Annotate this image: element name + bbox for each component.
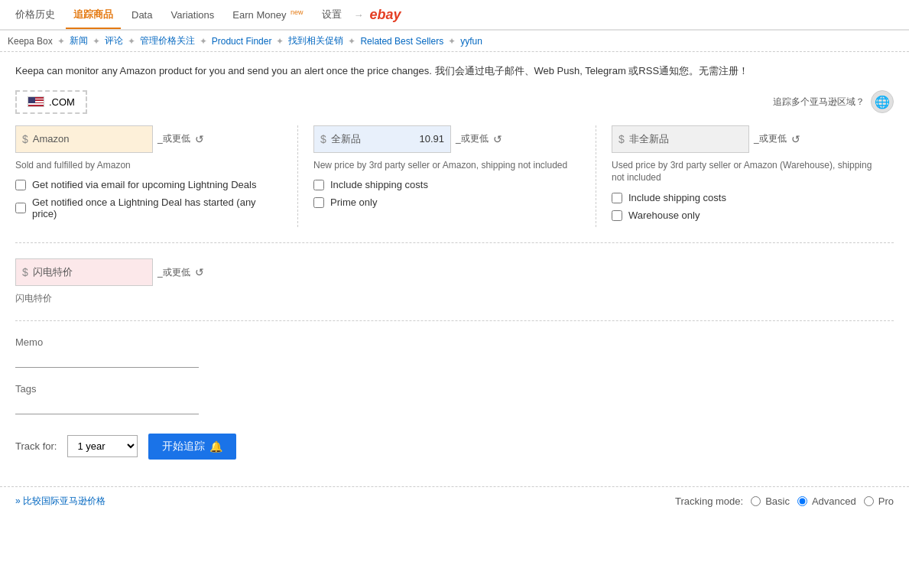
globe-icon-button[interactable]: 🌐 xyxy=(871,90,894,113)
used-shipping-label[interactable]: Include shipping costs xyxy=(628,192,726,203)
lightning-refresh-icon[interactable]: ↺ xyxy=(195,266,204,278)
amazon-or-lower: _或更低 xyxy=(157,132,190,145)
lightning-deals-label[interactable]: Get notified via email for upcoming Ligh… xyxy=(32,179,256,190)
lightning-deals-checkbox[interactable] xyxy=(15,180,26,190)
tags-input[interactable] xyxy=(15,396,199,414)
mode-basic-radio[interactable] xyxy=(751,496,761,506)
memo-field: Memo xyxy=(15,336,894,368)
amazon-label: Amazon xyxy=(33,133,146,145)
tracking-mode-pro: Pro xyxy=(864,495,894,507)
tab-earn-money-label: Earn Money xyxy=(232,9,286,21)
lightning-price-box: $ 闪电特价 xyxy=(15,258,153,286)
tags-field: Tags xyxy=(15,383,894,414)
lightning-dollar-sign: $ xyxy=(22,266,28,278)
used-warehouse-label[interactable]: Warehouse only xyxy=(628,210,700,221)
new-badge: new xyxy=(291,8,304,16)
used-label: 非全新品 xyxy=(629,132,742,146)
tab-track-product[interactable]: 追踪商品 xyxy=(66,2,121,29)
us-flag xyxy=(28,96,44,107)
used-dollar-sign: $ xyxy=(618,133,625,145)
nav-manage-price[interactable]: 管理价格关注 xyxy=(140,34,195,47)
tab-data[interactable]: Data xyxy=(124,3,160,28)
lightning-started-label[interactable]: Get notified once a Lightning Deal has s… xyxy=(32,197,282,219)
track-for-label: Track for: xyxy=(15,440,57,452)
lightning-started-row: Get notified once a Lightning Deal has s… xyxy=(15,197,282,219)
new-shipping-checkbox[interactable] xyxy=(313,180,324,190)
tracking-mode-basic: Basic xyxy=(751,495,790,507)
used-price-col: $ 非全新品 _或更低 ↺ Used price by 3rd party se… xyxy=(596,125,894,228)
lightning-started-checkbox[interactable] xyxy=(15,203,26,213)
tab-settings[interactable]: 设置 xyxy=(314,2,349,29)
new-shipping-label[interactable]: Include shipping costs xyxy=(330,179,428,190)
new-or-lower: _或更低 xyxy=(456,132,489,145)
lightning-or-lower: _或更低 xyxy=(157,266,190,279)
mode-advanced-radio[interactable] xyxy=(797,496,807,506)
tracking-mode: Tracking mode: Basic Advanced Pro xyxy=(675,495,894,507)
new-prime-label[interactable]: Prime only xyxy=(330,197,377,208)
start-tracking-label: 开始追踪 xyxy=(162,440,205,453)
amazon-refresh-icon[interactable]: ↺ xyxy=(195,133,204,145)
track-for-section: Track for: 1 month 3 months 6 months 1 y… xyxy=(15,430,894,460)
memo-label: Memo xyxy=(15,336,894,348)
new-price-input[interactable] xyxy=(398,133,444,145)
new-price-row: $ 全新品 _或更低 ↺ xyxy=(313,125,580,153)
used-warehouse-checkbox[interactable] xyxy=(612,210,622,221)
bell-icon: 🔔 xyxy=(209,440,222,453)
top-navigation: 价格历史 追踪商品 Data Variations Earn Money new… xyxy=(0,0,909,31)
new-refresh-icon[interactable]: ↺ xyxy=(493,133,502,145)
mode-basic-label[interactable]: Basic xyxy=(765,495,790,507)
tab-earn-money[interactable]: Earn Money new xyxy=(225,2,310,28)
compare-link[interactable]: » 比较国际亚马逊价格 xyxy=(15,495,106,508)
tab-variations[interactable]: Variations xyxy=(163,3,222,28)
multi-region-text: 追踪多个亚马逊区域？ xyxy=(773,96,865,109)
mode-pro-radio[interactable] xyxy=(864,496,874,506)
used-warehouse-row: Warehouse only xyxy=(612,210,878,221)
main-content: Keepa can monitor any Amazon product for… xyxy=(0,52,909,486)
amazon-checkboxes: Get notified via email for upcoming Ligh… xyxy=(15,179,282,219)
nav-news[interactable]: 新闻 xyxy=(70,34,88,47)
nav-related-best-sellers[interactable]: Related Best Sellers xyxy=(360,36,443,47)
amazon-price-box: $ Amazon xyxy=(15,125,153,153)
new-dollar-sign: $ xyxy=(320,133,326,145)
mode-advanced-label[interactable]: Advanced xyxy=(812,495,856,507)
used-shipping-row: Include shipping costs xyxy=(612,192,878,203)
used-refresh-icon[interactable]: ↺ xyxy=(791,133,800,145)
tags-label: Tags xyxy=(15,383,894,395)
new-prime-checkbox[interactable] xyxy=(313,197,324,208)
domain-section: .COM 追踪多个亚马逊区域？ 🌐 xyxy=(15,90,894,114)
tracking-mode-advanced: Advanced xyxy=(797,495,856,507)
lightning-deals-row: Get notified via email for upcoming Ligh… xyxy=(15,179,282,190)
track-for-select[interactable]: 1 month 3 months 6 months 1 year 2 years… xyxy=(67,435,138,457)
new-prime-row: Prime only xyxy=(313,197,580,208)
lightning-label: 闪电特价 xyxy=(33,265,146,279)
memo-input[interactable] xyxy=(15,349,199,368)
domain-label: .COM xyxy=(49,96,75,108)
amazon-desc: Sold and fulfilled by Amazon xyxy=(15,159,282,172)
keepabox-label: Keepa Box xyxy=(8,36,53,47)
used-shipping-checkbox[interactable] xyxy=(612,193,622,203)
nav-reviews[interactable]: 评论 xyxy=(105,34,123,47)
nav-arrow: → xyxy=(354,9,364,21)
new-desc: New price by 3rd party seller or Amazon,… xyxy=(313,159,580,172)
used-or-lower: _或更低 xyxy=(754,132,787,145)
used-desc: Used price by 3rd party seller or Amazon… xyxy=(612,159,878,185)
lightning-desc: 闪电特价 xyxy=(15,292,894,305)
mode-pro-label[interactable]: Pro xyxy=(878,495,894,507)
lightning-section: $ 闪电特价 _或更低 ↺ 闪电特价 xyxy=(15,258,894,321)
lightning-price-row: $ 闪电特价 _或更低 ↺ xyxy=(15,258,894,286)
amazon-price-row: $ Amazon _或更低 ↺ xyxy=(15,125,282,153)
intro-text: Keepa can monitor any Amazon product for… xyxy=(15,63,894,79)
domain-button[interactable]: .COM xyxy=(15,90,87,114)
amazon-price-col: $ Amazon _或更低 ↺ Sold and fulfilled by Am… xyxy=(15,125,297,228)
price-sections: $ Amazon _或更低 ↺ Sold and fulfilled by Am… xyxy=(15,125,894,244)
nav-related-promo[interactable]: 找到相关促销 xyxy=(288,34,343,47)
new-price-box: $ 全新品 xyxy=(313,125,451,153)
nav-yyfun[interactable]: yyfun xyxy=(460,36,482,47)
start-tracking-button[interactable]: 开始追踪 🔔 xyxy=(148,434,236,460)
nav-product-finder[interactable]: Product Finder xyxy=(212,36,272,47)
amazon-dollar-sign: $ xyxy=(22,133,28,145)
new-price-col: $ 全新品 _或更低 ↺ New price by 3rd party sell… xyxy=(297,125,596,228)
used-price-row: $ 非全新品 _或更低 ↺ xyxy=(612,125,878,153)
tab-price-history[interactable]: 价格历史 xyxy=(8,2,63,29)
bottom-bar: » 比较国际亚马逊价格 Tracking mode: Basic Advance… xyxy=(0,486,909,515)
